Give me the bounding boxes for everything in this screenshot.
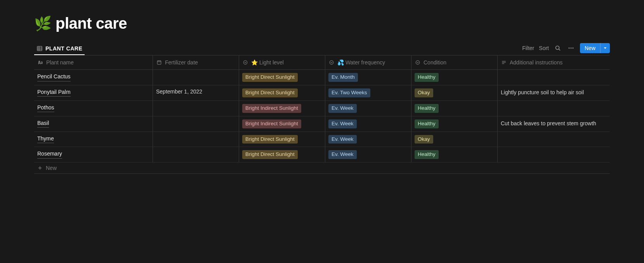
cell-light-level[interactable]: Bright Direct Sunlight [239,85,325,100]
cell-condition[interactable]: Healthy [411,147,498,162]
cell-plant-name[interactable]: Rosemary [34,147,153,162]
column-header-name[interactable]: Plant name [34,55,153,69]
text-property-icon [37,59,43,66]
plant-name-link[interactable]: Ponytail Palm [37,88,71,97]
light-level-tag: Bright Direct Sunlight [242,88,298,97]
svg-point-6 [569,47,570,48]
cell-condition[interactable]: Healthy [411,101,498,116]
cell-light-level[interactable]: Bright Direct Sunlight [239,132,325,147]
cell-light-level[interactable]: Bright Direct Sunlight [239,70,325,85]
table-header-row: Plant name Fertilizer date ⭐ Light level [34,55,610,70]
light-level-tag: Bright Direct Sunlight [242,135,298,144]
cell-plant-name[interactable]: Thyme [34,132,153,147]
cell-instructions[interactable]: Cut back leaves to prevent stem growth [498,116,610,132]
table-row: Ponytail PalmSeptember 1, 2022Bright Dir… [34,85,610,101]
cell-fertilizer-date[interactable] [153,116,239,132]
water-frequency-tag: Ev. Week [328,135,357,144]
cell-instructions[interactable] [498,147,610,162]
plant-name-link[interactable]: Pencil Cactus [37,73,71,81]
column-header-instructions[interactable]: Additional instructions [498,55,610,69]
plant-name-link[interactable]: Thyme [37,135,54,144]
table-row: RosemaryBright Direct SunlightEv. WeekHe… [34,147,610,163]
cell-light-level[interactable]: Bright Direct Sunlight [239,147,325,162]
cell-fertilizer-date[interactable] [153,70,239,85]
plant-name-link[interactable]: Basil [37,119,49,128]
column-header-light[interactable]: ⭐ Light level [239,55,325,69]
svg-rect-0 [37,47,42,51]
views-bar: PLANT CARE Filter Sort New [34,42,610,55]
svg-line-5 [559,49,560,50]
page-title[interactable]: plant care [56,15,127,32]
cell-condition[interactable]: Okay [411,132,498,147]
light-level-tag: Bright Indirect Sunlight [242,119,301,128]
new-button-dropdown[interactable] [600,43,610,53]
condition-tag: Healthy [415,119,439,128]
cell-water-frequency[interactable]: Ev. Month [325,70,411,85]
cell-light-level[interactable]: Bright Indirect Sunlight [239,116,325,132]
view-tab-label: PLANT CARE [45,45,82,52]
cell-plant-name[interactable]: Pothos [34,101,153,116]
cell-instructions[interactable]: Lightly puncture soil to help air soil [498,85,610,100]
table-row: ThymeBright Direct SunlightEv. WeekOkay [34,132,610,147]
new-button-group: New [580,43,610,53]
cell-fertilizer-date[interactable] [153,132,239,147]
cell-water-frequency[interactable]: Ev. Two Weeks [325,85,411,100]
cell-water-frequency[interactable]: Ev. Week [325,132,411,147]
svg-point-13 [243,61,247,64]
cell-condition[interactable]: Healthy [411,70,498,85]
table-row: Pencil CactusBright Direct SunlightEv. M… [34,70,610,85]
light-level-tag: Bright Direct Sunlight [242,73,298,82]
column-header-label: Additional instructions [510,59,562,66]
water-frequency-tag: Ev. Week [328,150,357,159]
svg-rect-9 [157,61,161,64]
cell-condition[interactable]: Okay [411,85,498,100]
cell-plant-name[interactable]: Pencil Cactus [34,70,153,85]
svg-point-14 [330,61,333,64]
table-row: BasilBright Indirect SunlightEv. WeekHea… [34,116,610,132]
column-header-condition[interactable]: Condition [411,55,498,69]
instructions-text: Cut back leaves to prevent stem growth [501,119,596,128]
text-lines-icon [501,59,507,66]
cell-condition[interactable]: Healthy [411,116,498,132]
page-icon[interactable]: 🌿 [34,17,52,31]
sort-button[interactable]: Sort [539,45,549,51]
cell-water-frequency[interactable]: Ev. Week [325,147,411,162]
cell-plant-name[interactable]: Ponytail Palm [34,85,153,100]
cell-instructions[interactable] [498,101,610,116]
table-icon [36,45,43,52]
date-property-icon [156,59,162,66]
page-header: 🌿 plant care [34,0,610,39]
filter-button[interactable]: Filter [522,45,534,51]
plant-name-link[interactable]: Rosemary [37,150,62,159]
plant-name-link[interactable]: Pothos [37,104,54,112]
cell-water-frequency[interactable]: Ev. Week [325,101,411,116]
column-header-label: 💦 Water frequency [337,59,385,66]
new-row-button[interactable]: New [34,163,610,174]
water-frequency-tag: Ev. Month [328,73,358,82]
column-header-fertilizer[interactable]: Fertilizer date [153,55,239,69]
select-property-icon [328,59,335,66]
cell-light-level[interactable]: Bright Indirect Sunlight [239,101,325,116]
cell-fertilizer-date[interactable]: September 1, 2022 [153,85,239,100]
svg-point-8 [573,47,574,48]
more-icon[interactable] [567,44,575,52]
cell-fertilizer-date[interactable] [153,101,239,116]
select-property-icon [242,59,248,66]
cell-instructions[interactable] [498,132,610,147]
cell-fertilizer-date[interactable] [153,147,239,162]
condition-tag: Healthy [415,104,439,113]
cell-plant-name[interactable]: Basil [34,116,153,132]
cell-instructions[interactable] [498,70,610,85]
water-frequency-tag: Ev. Two Weeks [328,88,370,97]
instructions-text: Lightly puncture soil to help air soil [501,88,584,97]
view-tab-plant-care[interactable]: PLANT CARE [34,42,85,55]
search-icon[interactable] [554,44,562,52]
column-header-label: ⭐ Light level [251,59,284,66]
cell-water-frequency[interactable]: Ev. Week [325,116,411,132]
column-header-label: Plant name [46,59,74,66]
database-table: Plant name Fertilizer date ⭐ Light level [34,55,610,174]
light-level-tag: Bright Indirect Sunlight [242,104,301,113]
water-frequency-tag: Ev. Week [328,119,357,128]
new-button[interactable]: New [580,43,600,53]
column-header-water[interactable]: 💦 Water frequency [325,55,411,69]
